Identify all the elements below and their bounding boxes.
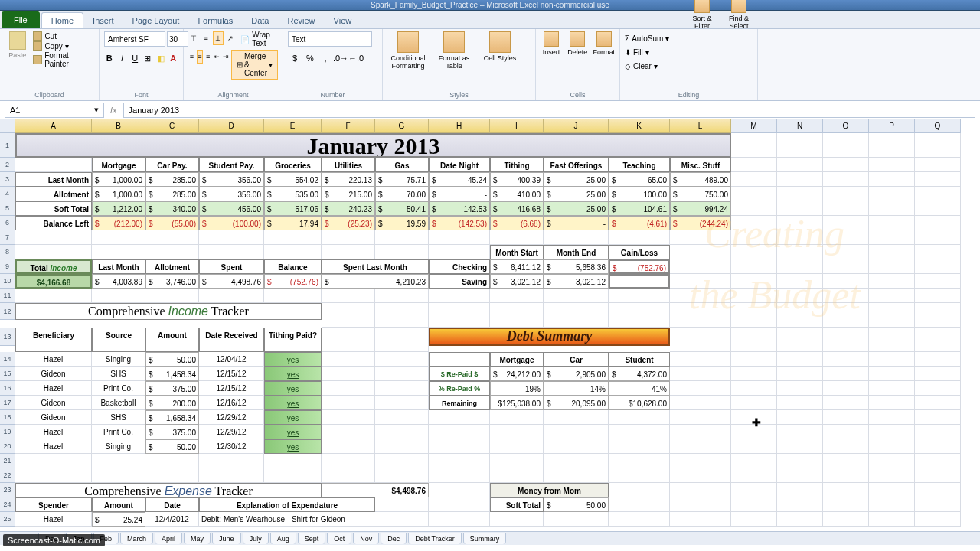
cell[interactable]: [823, 230, 869, 245]
cell[interactable]: [777, 245, 823, 259]
cell[interactable]: Misc. Stuff: [670, 158, 731, 172]
cell[interactable]: $3,021.12: [544, 274, 609, 289]
cell[interactable]: [145, 230, 199, 245]
cell[interactable]: [777, 172, 823, 187]
cell[interactable]: [823, 352, 869, 367]
cell[interactable]: [544, 410, 609, 425]
cell[interactable]: Saving: [429, 274, 490, 289]
decrease-decimal-button[interactable]: ←.0: [349, 51, 363, 65]
cell[interactable]: [322, 468, 375, 483]
cell[interactable]: $356.00: [199, 187, 264, 201]
cell[interactable]: [915, 439, 961, 454]
cell[interactable]: [915, 303, 961, 328]
sheet-tab[interactable]: March: [120, 533, 153, 544]
cell[interactable]: [869, 201, 915, 216]
cell[interactable]: [915, 367, 961, 381]
cell[interactable]: [490, 468, 544, 483]
cell[interactable]: [490, 410, 544, 425]
cell[interactable]: [823, 468, 869, 483]
col-header-P[interactable]: P: [869, 119, 915, 133]
cell[interactable]: $375.00: [145, 381, 199, 396]
cell[interactable]: $6,411.12: [490, 259, 544, 274]
cell[interactable]: Hazel: [15, 352, 92, 367]
cell[interactable]: [777, 230, 823, 245]
cell[interactable]: [670, 512, 731, 527]
cell[interactable]: [322, 303, 375, 328]
select-all[interactable]: [0, 119, 15, 133]
cell[interactable]: 14%: [544, 381, 609, 396]
cell[interactable]: [777, 328, 823, 352]
cell[interactable]: Money from Mom: [490, 483, 609, 497]
cell[interactable]: [823, 497, 869, 512]
cell[interactable]: Mortgage: [490, 352, 544, 367]
cell[interactable]: [915, 245, 961, 259]
cell[interactable]: [869, 483, 915, 497]
cell[interactable]: $517.06: [264, 201, 322, 216]
cell[interactable]: [670, 439, 731, 454]
cell[interactable]: [823, 303, 869, 328]
sheet-tab[interactable]: April: [155, 533, 182, 544]
cell[interactable]: [731, 172, 777, 187]
align-left-button[interactable]: ≡: [188, 50, 195, 64]
cell[interactable]: [670, 454, 731, 468]
cell[interactable]: [915, 158, 961, 172]
cell[interactable]: [731, 133, 777, 158]
percent-button[interactable]: %: [303, 51, 317, 65]
cell[interactable]: [915, 497, 961, 512]
clear-button[interactable]: ◇ Clear ▾: [625, 59, 753, 73]
cell[interactable]: [915, 512, 961, 527]
merge-center-button[interactable]: ⊞ Merge & Center ▾: [231, 50, 278, 80]
cell[interactable]: $1,000.00: [92, 172, 145, 187]
row-header[interactable]: 9: [0, 259, 15, 274]
cell[interactable]: $400.39: [490, 172, 544, 187]
tab-file[interactable]: File: [2, 11, 40, 28]
cell[interactable]: [429, 454, 490, 468]
cell[interactable]: [429, 289, 490, 303]
format-painter-button[interactable]: Format Painter: [33, 51, 94, 68]
cell[interactable]: [823, 454, 869, 468]
cell[interactable]: [490, 303, 544, 328]
cell[interactable]: [869, 172, 915, 187]
cell[interactable]: [670, 274, 731, 289]
cell[interactable]: [609, 512, 670, 527]
cell[interactable]: [544, 425, 609, 439]
cell[interactable]: [915, 216, 961, 230]
cell[interactable]: $5,658.36: [544, 259, 609, 274]
row-header[interactable]: 4: [0, 187, 15, 201]
cell[interactable]: $70.00: [375, 187, 429, 201]
sheet-tab[interactable]: July: [243, 533, 269, 544]
cell[interactable]: [609, 439, 670, 454]
col-header-I[interactable]: I: [490, 119, 544, 133]
cell[interactable]: [777, 187, 823, 201]
col-header-M[interactable]: M: [731, 119, 777, 133]
cell[interactable]: [92, 289, 145, 303]
cell[interactable]: [92, 454, 145, 468]
cell[interactable]: $4,498.76: [199, 274, 264, 289]
cell[interactable]: Month End: [544, 245, 609, 259]
cell[interactable]: [731, 512, 777, 527]
cell[interactable]: [823, 245, 869, 259]
cell[interactable]: $50.00: [544, 497, 609, 512]
cell[interactable]: $215.00: [322, 187, 375, 201]
col-header-K[interactable]: K: [609, 119, 670, 133]
cell[interactable]: Spent: [199, 259, 264, 274]
fx-icon[interactable]: fx: [110, 106, 117, 115]
cell[interactable]: [490, 289, 544, 303]
cell[interactable]: [915, 381, 961, 396]
wrap-text-button[interactable]: 📄 Wrap Text: [237, 31, 278, 47]
cell[interactable]: [731, 289, 777, 303]
cell[interactable]: [731, 497, 777, 512]
cell[interactable]: [322, 367, 375, 381]
cell[interactable]: [823, 410, 869, 425]
cell[interactable]: [869, 425, 915, 439]
align-center-button[interactable]: ≡: [197, 50, 204, 64]
row-header[interactable]: 18: [0, 410, 15, 425]
cell[interactable]: 12/16/12: [199, 396, 264, 410]
cell[interactable]: [544, 454, 609, 468]
accounting-button[interactable]: $: [288, 51, 302, 65]
cell[interactable]: Source: [92, 328, 145, 352]
col-header-G[interactable]: G: [375, 119, 429, 133]
cell[interactable]: [731, 303, 777, 328]
row-header[interactable]: 10: [0, 274, 15, 289]
bold-button[interactable]: B: [104, 51, 115, 65]
